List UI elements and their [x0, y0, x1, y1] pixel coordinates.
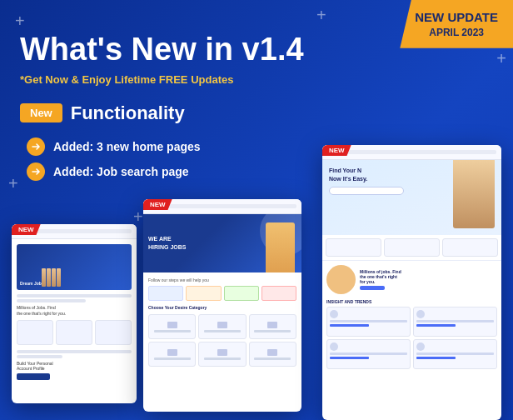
insight-trends-title: INSIGHT AND TRENDS: [326, 299, 497, 304]
functionality-row: New Functionality: [20, 102, 493, 124]
center-hero-person: [266, 222, 295, 272]
new-update-badge: NEW UPDATE APRIL 2023: [400, 0, 513, 48]
left-mock-body: Dream Job Millions of Jobs. Findthe one …: [12, 239, 137, 385]
left-ribbon: NEW: [12, 224, 41, 235]
badge-line2: APRIL 2023: [415, 26, 498, 40]
screenshot-left: NEW Dream Job Millions of Jobs. Findthe …: [12, 224, 137, 403]
center-ribbon: NEW: [143, 199, 172, 210]
right-hero-title: Find Your NNow It's Easy.: [329, 167, 453, 183]
center-hero: WE AREHIRING JOBS: [143, 214, 301, 272]
people-group: [42, 268, 61, 287]
right-hero-person: [453, 160, 495, 228]
subtitle: *Get Now & Enjoy Lifetime FREE Updates: [20, 73, 493, 86]
new-badge: New: [20, 103, 62, 122]
main-title: What's New in v1.4: [20, 32, 336, 68]
left-hero-text: Dream Job: [20, 281, 42, 287]
screenshots-area: NEW Dream Job Millions of Jobs. Findthe …: [0, 145, 513, 420]
screenshot-right: NEW Find Your NNow It's Easy. Millions o…: [322, 145, 501, 420]
right-ribbon: NEW: [322, 145, 351, 156]
badge-line1: NEW UPDATE: [415, 8, 498, 26]
screenshot-center: NEW WE AREHIRING JOBS Follow our steps w…: [143, 199, 301, 412]
right-hero: Find Your NNow It's Easy.: [322, 160, 501, 235]
functionality-label: Functionality: [71, 102, 185, 124]
center-hero-text: WE AREHIRING JOBS: [148, 235, 187, 252]
left-hero: Dream Job: [17, 244, 132, 290]
